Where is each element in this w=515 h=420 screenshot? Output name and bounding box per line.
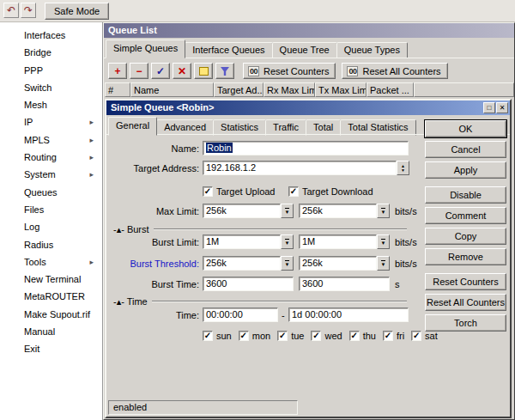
comment-button[interactable]: Comment (425, 207, 506, 224)
column-header-filler (414, 82, 514, 97)
apply-button[interactable]: Apply (425, 161, 506, 179)
column-header-number[interactable]: # (105, 82, 130, 97)
reset-all-counters-button[interactable]: 00Reset All Counters (342, 63, 447, 79)
sidebar-item-metarouter[interactable]: MetaROUTER (0, 288, 102, 305)
tab-queue-tree[interactable]: Queue Tree (272, 42, 337, 58)
burst-group-header[interactable]: -▴- Burst (113, 224, 407, 234)
tab-general[interactable]: General (108, 117, 157, 136)
burst-time-upload-input[interactable]: 3600 (203, 277, 294, 291)
burst-time-download-input[interactable]: 3600 (299, 277, 390, 291)
dropdown-button[interactable]: ▼ (377, 234, 390, 249)
submenu-arrow-icon: ▸ (89, 149, 94, 166)
dropdown-button[interactable]: ▼ (281, 256, 294, 271)
time-to-input[interactable]: 1d 00:00:00 (288, 307, 409, 322)
simple-queue-dialog: Simple Queue <Robin> □ ✕ GeneralAdvanced… (105, 99, 512, 418)
dropdown-button[interactable]: ▼ (377, 256, 390, 271)
sidebar-item-queues[interactable]: Queues (0, 184, 102, 201)
sidebar-item-log[interactable]: Log (0, 218, 102, 235)
column-header-name[interactable]: Name (130, 82, 214, 97)
undo-button[interactable]: ↶ (3, 3, 19, 18)
target-upload-checkbox[interactable]: ✓ Target Upload (203, 186, 276, 197)
sidebar-item-tools[interactable]: Tools▸ (0, 253, 102, 271)
queue-list-tabs: Simple QueuesInterface QueuesQueue TreeQ… (106, 40, 407, 58)
time-from-input[interactable]: 00:00:00 (203, 307, 278, 322)
safe-mode-button[interactable]: Safe Mode (45, 3, 109, 20)
sidebar-item-system[interactable]: System▸ (0, 166, 102, 183)
reset-counters-button[interactable]: Reset Counters (425, 273, 506, 290)
close-button[interactable]: ✕ (496, 102, 508, 113)
copy-button[interactable]: Copy (425, 228, 506, 245)
sidebar-item-manual[interactable]: Manual (0, 323, 102, 340)
burst-limit-download-input[interactable]: 1M (299, 234, 377, 249)
target-address-input[interactable]: 192.168.1.2 (203, 161, 397, 175)
sidebar-item-bridge[interactable]: Bridge (0, 44, 102, 61)
max-limit-download-input[interactable]: 256k (299, 204, 377, 218)
sidebar: Interfaces Bridge PPP Switch Mesh IP▸ MP… (0, 22, 103, 420)
dialog-tabs: GeneralAdvancedStatisticsTrafficTotalTot… (108, 117, 415, 135)
redo-icon: ↷ (24, 4, 33, 16)
group-separator-line (152, 301, 407, 302)
sidebar-item-exit[interactable]: Exit (0, 340, 102, 357)
redo-button[interactable]: ↷ (21, 3, 36, 18)
burst-group-label: -▴- Burst (113, 224, 149, 235)
ok-button[interactable]: OK (425, 120, 506, 137)
burst-threshold-download-input[interactable]: 256k (299, 256, 377, 271)
column-header-packet[interactable]: Packet ... (367, 82, 414, 97)
burst-limit-upload-input[interactable]: 1M (203, 234, 281, 249)
enable-button[interactable]: ✓ (151, 63, 170, 79)
checkmark-icon: ✓ (204, 332, 211, 340)
disable-button[interactable]: ✕ (173, 63, 191, 79)
target-download-checkbox[interactable]: ✓ Target Download (288, 186, 373, 197)
dropdown-button[interactable]: ▼ (281, 204, 294, 218)
column-header-target-address[interactable]: Target Ad... (214, 82, 264, 97)
day-mon-checkbox[interactable]: ✓mon (239, 328, 270, 344)
tab-simple-queues[interactable]: Simple Queues (106, 40, 185, 58)
burst-threshold-upload-input[interactable]: 256k (203, 256, 281, 271)
day-sun-checkbox[interactable]: ✓sun (203, 328, 232, 344)
minimize-button[interactable]: □ (483, 102, 495, 113)
sidebar-item-routing[interactable]: Routing▸ (0, 149, 102, 166)
burst-limit-label: Burst Limit: (106, 237, 199, 247)
selected-text: Robin (206, 143, 233, 153)
sidebar-item-mpls[interactable]: MPLS▸ (0, 131, 102, 149)
sidebar-item-files[interactable]: Files (0, 201, 102, 218)
queue-list-titlebar[interactable]: Queue List (104, 23, 514, 38)
column-header-tx-max-limit[interactable]: Tx Max Limit (315, 82, 367, 97)
dropdown-button[interactable]: ▼ (377, 204, 390, 218)
dropdown-button[interactable]: ▼ (281, 234, 294, 249)
name-input[interactable]: Robin (203, 141, 409, 155)
remove-button[interactable]: − (130, 63, 148, 79)
max-limit-upload-input[interactable]: 256k (203, 204, 281, 218)
sidebar-item-switch[interactable]: Switch (0, 79, 102, 96)
remove-button[interactable]: Remove (425, 248, 506, 265)
comment-button[interactable] (194, 63, 213, 79)
day-thu-checkbox[interactable]: ✓thu (349, 328, 376, 344)
day-wed-checkbox[interactable]: ✓wed (311, 328, 342, 344)
sidebar-item-ppp[interactable]: PPP (0, 62, 102, 79)
chevron-down-icon: ▼ (285, 260, 290, 267)
sidebar-item-new-terminal[interactable]: New Terminal (0, 271, 102, 288)
day-tue-checkbox[interactable]: ✓tue (277, 328, 304, 344)
sidebar-item-mesh[interactable]: Mesh (0, 96, 102, 113)
day-fri-checkbox[interactable]: ✓fri (383, 328, 404, 344)
reset-all-counters-button[interactable]: Reset All Counters (425, 294, 506, 311)
tab-queue-types[interactable]: Queue Types (336, 42, 408, 58)
tab-interface-queues[interactable]: Interface Queues (185, 42, 272, 58)
sidebar-item-ip[interactable]: IP▸ (0, 113, 102, 131)
column-header-rx-max-limit[interactable]: Rx Max Limit (264, 82, 315, 97)
day-label: fri (397, 331, 404, 341)
time-group-header[interactable]: -▴- Time (113, 296, 407, 307)
plus-icon: + (114, 66, 120, 76)
chevron-down-icon: ▼ (381, 260, 386, 267)
sidebar-item-interfaces[interactable]: Interfaces (0, 27, 102, 44)
filter-button[interactable] (215, 63, 234, 79)
reset-counters-button[interactable]: 00Reset Counters (243, 63, 336, 79)
sidebar-item-radius[interactable]: Radius (0, 236, 102, 253)
dialog-titlebar[interactable]: Simple Queue <Robin> □ ✕ (106, 100, 510, 115)
cancel-button[interactable]: Cancel (425, 141, 506, 158)
target-address-spinner[interactable]: ▲ ▼ (397, 161, 409, 175)
add-button[interactable]: + (108, 63, 127, 79)
disable-button[interactable]: Disable (425, 186, 506, 204)
sidebar-item-make-supout[interactable]: Make Supout.rif (0, 306, 102, 323)
torch-button[interactable]: Torch (425, 314, 506, 332)
